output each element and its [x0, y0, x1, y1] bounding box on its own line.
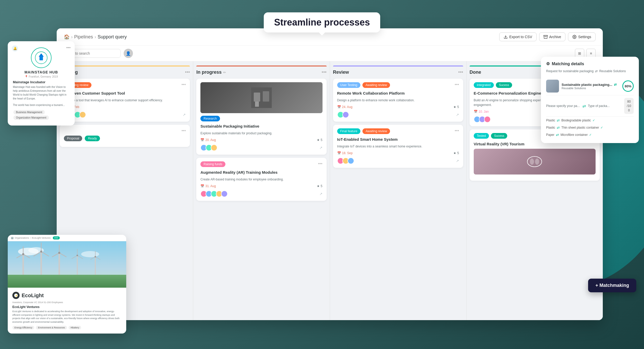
archive-button[interactable]: Archive: [539, 32, 566, 41]
ecolight-tags: Energy Efficiency Environment & Resource…: [12, 326, 122, 329]
card-ar-menu[interactable]: •••: [318, 161, 323, 166]
svg-rect-28: [58, 253, 60, 275]
card-packaging-image: [200, 82, 322, 113]
review-header: Review •••: [333, 70, 463, 75]
match-right-1: Biodegradable plastic: [561, 119, 591, 122]
card-ar: Raising funds ••• Augmented Reality (AR)…: [196, 158, 326, 201]
card-rw-menu[interactable]: •••: [455, 82, 459, 87]
breadcrumb: 🏠 › Pipelines › Support query: [64, 34, 497, 40]
svg-point-2: [574, 36, 575, 37]
card-remote-work: User Testing Awaiting review ••• Remote …: [333, 79, 463, 122]
match-arrow-row-2: ⇄: [557, 126, 560, 130]
calendar-icon-6: 📅: [474, 110, 478, 113]
inprogress-header: In progress ✏ •••: [196, 70, 326, 75]
card-proposal: x ••• Proposal Ready: [60, 125, 190, 147]
card-iot-badges: Final feature Awaiting review: [337, 128, 391, 134]
card-ar-date: 📅 31. Aug: [200, 184, 216, 188]
profile-founded: 2019: [52, 75, 58, 78]
card-packaging-date: 📅 20. Aug: [200, 138, 216, 142]
matchmaking-button[interactable]: + Matchmaking: [588, 279, 636, 292]
matchmaking-label: + Matchmaking: [595, 283, 629, 288]
card-ai-meta: 📅 24. Feb: [64, 105, 186, 109]
location-icon: 📍: [25, 75, 28, 78]
match-right-2: Thin sheet plastic container: [561, 126, 599, 129]
breadcrumb-pipelines[interactable]: Pipelines: [74, 34, 93, 40]
review-menu[interactable]: •••: [458, 70, 463, 75]
card-proposal-badges: Proposal Ready: [64, 136, 186, 141]
card-rw-date: 📅 24. Aug: [337, 105, 353, 109]
badge-awaiting-review-2: Awaiting review: [362, 82, 390, 88]
inprogress-menu[interactable]: •••: [322, 70, 327, 75]
match-arrow-row-1: ⇄: [557, 118, 560, 122]
star-icon-2: ★: [317, 184, 320, 188]
done-title: Done: [470, 70, 481, 75]
match-left-3: Paper: [546, 133, 554, 137]
badge-sucess-2: Sucess: [491, 133, 507, 139]
match-arrow-1: ⇄: [614, 83, 617, 87]
eco-tag-3: #Battery: [69, 326, 81, 329]
star-icon: ★: [317, 138, 320, 142]
card-ai-menu[interactable]: •••: [181, 82, 186, 87]
match-check-1: ✓: [592, 119, 595, 122]
svg-point-9: [535, 159, 539, 165]
svg-text:⚡: ⚡: [15, 294, 18, 297]
ecolight-card: 🏢 Organizations › EcoLight Ventures ###: [8, 235, 126, 334]
vr-img: [474, 149, 596, 174]
card-packaging-meta: 📅 20. Aug ★ 5: [200, 138, 322, 142]
svg-rect-14: [8, 275, 126, 288]
ecolight-name: EcoLight: [22, 293, 44, 298]
edit-icon[interactable]: ✏: [223, 70, 226, 74]
ecolight-company: EcoLight Ventures: [12, 305, 122, 309]
card-packaging-avatars: [200, 144, 217, 151]
card-vr-badges: Tested Sucess: [474, 133, 509, 139]
ecolight-meta: Investors, Corporate VC 2014 51-200 Empl…: [12, 301, 122, 304]
badge-sucess-1: Sucess: [496, 82, 512, 88]
card-iot-avatars: [337, 157, 354, 164]
settings-button[interactable]: Settings: [568, 32, 596, 41]
export-csv-button[interactable]: Export to CSV: [499, 32, 537, 41]
profile-name: MAINSTAGE HUB: [13, 70, 70, 74]
card-ar-header: Raising funds •••: [200, 161, 322, 167]
tag-business: Business Management: [13, 110, 45, 114]
badge-proposal: Proposal: [64, 136, 82, 141]
match-info-1: Sustainable plastic packaging... ⇄ Reusa…: [562, 83, 620, 90]
archive-label: Archive: [549, 35, 561, 39]
trend-icon-4: ↗: [456, 113, 459, 117]
review-topbar: [333, 65, 463, 67]
card-ai-title: AI-Driven Customer Support Tool: [64, 90, 186, 96]
eco-bc-badge: ###: [53, 236, 60, 239]
profile-incubator-name: Mainstage Incubator: [13, 80, 70, 84]
svg-point-7: [527, 156, 542, 167]
inprogress-title: In progress: [196, 70, 222, 75]
review-title: Review: [333, 70, 349, 75]
match-rows: Plastic ⇄ Biodegradable plastic ✓ Plasti…: [546, 117, 634, 138]
backlog-topbar: [60, 65, 190, 67]
packaging-img: [200, 82, 322, 113]
profile-menu[interactable]: •••: [66, 45, 71, 50]
calendar-icon-4: 📅: [337, 105, 341, 109]
profile-desc: Mainstage Hub was founded with the Visio…: [13, 85, 70, 101]
card-ec-badges: Integrated Sucess: [474, 82, 513, 88]
card-proposal-menu[interactable]: •••: [181, 128, 186, 133]
eco-tag-2: Environment & Resources: [36, 326, 67, 329]
matching-reusable: Reusable Solutions: [599, 69, 626, 73]
col-review: Review ••• User Testing Awaiting review …: [330, 61, 467, 320]
match-check-3: ✓: [589, 133, 592, 137]
ecolight-desc: EcoLight Ventures is dedicated to accele…: [12, 310, 122, 324]
svg-rect-33: [77, 255, 78, 275]
matching-subtitle: Request for sustainable packaging ⇄ Reus…: [546, 69, 634, 73]
match-row-2: Plastic ⇄ Thin sheet plastic container ✓: [546, 124, 634, 131]
topbar-actions: Export to CSV Archive Settings: [499, 32, 596, 41]
svg-rect-23: [40, 252, 42, 275]
card-vr-image: [474, 149, 596, 174]
backlog-menu[interactable]: •••: [185, 70, 190, 75]
eco-breadcrumb: 🏢 Organizations › EcoLight Ventures ###: [8, 235, 126, 241]
card-packaging-title: Sustainable Packaging Initiative: [200, 123, 322, 129]
profile-logo: [31, 47, 52, 68]
svg-point-42: [95, 256, 96, 257]
card-iot-menu[interactable]: •••: [455, 128, 459, 133]
export-csv-label: Export to CSV: [509, 35, 532, 39]
avatar-ar5: [221, 190, 228, 197]
card-iot-date: 📅 18. Sep: [337, 151, 353, 155]
settings-label: Settings: [578, 35, 591, 39]
